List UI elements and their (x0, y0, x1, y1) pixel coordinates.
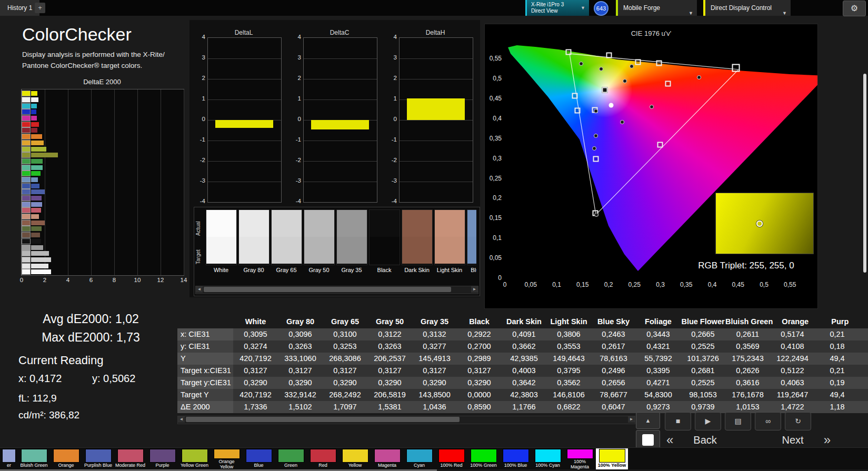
patch-item[interactable]: Purple (146, 448, 178, 470)
deltae-bar-row (22, 103, 184, 109)
deltae-bar-row (22, 263, 184, 269)
table-column-header: Gray 65 (323, 315, 367, 328)
back-button[interactable]: « Back (666, 432, 745, 448)
scroll-left-icon[interactable]: ◄ (178, 416, 185, 423)
delta-y-tick-label: 3 (388, 54, 397, 61)
patch-item[interactable]: 100% Blue (500, 448, 532, 470)
patch-item[interactable]: 100% Red (435, 448, 467, 470)
cie-x-tick-label: 0,1 (552, 281, 561, 288)
cie-y-tick-label: 0,3 (486, 155, 502, 162)
table-cell: 0,9273 (636, 401, 681, 413)
page-description: Display analysis is performed with the X… (22, 49, 165, 72)
refresh-button[interactable]: ↻ (785, 412, 811, 430)
table-cell: 332,9142 (278, 389, 323, 401)
patch-item[interactable]: Red (307, 448, 339, 470)
table-scrollbar[interactable]: ◄ ► (177, 416, 635, 424)
patch-color-chip (22, 103, 31, 109)
table-column-header: Blue Sky (591, 315, 636, 328)
table-cell: 0,8590 (457, 401, 502, 413)
cie-y-tick-label: 0,1 (486, 234, 502, 242)
table-cell: 0,4063 (770, 377, 815, 389)
table-column-header: Gray 50 (367, 315, 412, 328)
swatch-actual (467, 210, 477, 237)
scrollbar-thumb[interactable] (186, 417, 460, 422)
table-cell: 0,2665 (681, 328, 725, 340)
scroll-left-icon[interactable]: ◄ (196, 286, 203, 293)
swatch-color (402, 209, 433, 265)
patch-item[interactable]: Orange Yellow (211, 448, 243, 470)
table-cell: 268,2492 (323, 389, 367, 401)
loop-button[interactable]: ∞ (755, 412, 781, 430)
swatch-target (272, 237, 302, 264)
delta-chart-title: DeltaH (398, 29, 472, 36)
cie-x-tick-label: 0,55 (784, 281, 796, 288)
patch-item[interactable]: Magenta (371, 448, 403, 470)
expand-up-button[interactable]: ▲ (636, 412, 660, 429)
cie-y-tick-label: 0,2 (486, 194, 502, 202)
pattern-button[interactable]: ▤ (725, 412, 751, 430)
table-column-header: White (233, 315, 278, 328)
pattern-source-dropdown[interactable]: Mobile Forge ▼ (616, 0, 697, 16)
patch-item[interactable]: Cyan (403, 448, 435, 470)
patch-item[interactable]: Yellow (339, 448, 371, 470)
patch-item[interactable]: er (0, 448, 18, 470)
swatch-scrollbar[interactable]: ◄ ► (195, 286, 478, 294)
patch-color-chip (22, 177, 31, 183)
add-tab-button[interactable]: + (35, 3, 45, 13)
patch-item[interactable]: Moderate Red (114, 448, 146, 470)
cie-point-target (656, 61, 662, 66)
patch-item[interactable]: 100% Magenta (564, 448, 596, 470)
delta-gridline (208, 58, 281, 59)
patch-item[interactable]: Yellow Green (178, 448, 211, 470)
table-cell: 176,1678 (725, 389, 770, 401)
next-button[interactable]: Next » (752, 432, 831, 448)
deltae-bar (31, 202, 42, 207)
deltae-bar-row (22, 97, 184, 103)
swatch-color (434, 209, 465, 265)
gear-icon[interactable]: ⚙ (843, 1, 866, 16)
table-cell: 0,3290 (367, 377, 412, 389)
patch-item[interactable]: 100% Green (467, 448, 500, 470)
table-cell: 0,3274 (233, 340, 278, 353)
patch-item[interactable]: Green (275, 448, 307, 470)
patch-item[interactable]: Orange (50, 448, 82, 470)
meter-dropdown[interactable]: X-Rite i1Pro 3 Direct View ▼ (525, 0, 589, 16)
transport-controls: ■▶▤∞↻ (665, 412, 844, 430)
patch-label: Purple (147, 463, 178, 468)
deltae-bar (31, 104, 37, 108)
patch-item-selected[interactable]: 100% Yellow (596, 448, 628, 470)
table-cell: 0,4091 (502, 328, 546, 340)
display-control-dropdown[interactable]: Direct Display Control ▼ (703, 0, 791, 16)
table-cell: 1,4722 (770, 401, 815, 413)
deltae-bar-row (22, 171, 184, 177)
delta-chart-plot (399, 37, 473, 203)
scroll-right-icon[interactable]: ► (471, 286, 478, 293)
table-cell: 0,6822 (546, 401, 591, 413)
delta-y-tick-label: -2 (388, 157, 397, 163)
patch-item[interactable]: 100% Cyan (532, 448, 564, 470)
deltae-bar (31, 221, 45, 225)
stop-button[interactable]: ■ (665, 412, 691, 430)
patch-color (599, 449, 625, 463)
pattern-window-button[interactable] (636, 430, 660, 449)
window-scrollbar[interactable] (863, 74, 866, 273)
target-row-label: Target (195, 242, 204, 272)
deltae-x-tick-label: 4 (66, 277, 69, 283)
scrollbar-thumb[interactable] (204, 287, 451, 292)
patch-item[interactable]: Purplish Blue (82, 448, 114, 470)
deltae-bar (31, 141, 44, 145)
patch-item[interactable]: Bluish Green (18, 448, 50, 470)
patch-color-chip (22, 263, 31, 269)
table-cell: 206,2537 (367, 353, 412, 365)
results-table: WhiteGray 80Gray 65Gray 50Gray 35BlackDa… (177, 315, 868, 413)
table-cell: 54,8300 (636, 389, 681, 401)
deltae-bar-row (22, 115, 184, 122)
cie-point-whitept (602, 87, 608, 93)
history-tab[interactable]: History 1 (0, 0, 39, 16)
play-button[interactable]: ▶ (695, 412, 721, 430)
scroll-right-icon[interactable]: ► (628, 416, 635, 423)
cie-x-tick-label: 0 (503, 281, 507, 288)
delta-y-tick-label: -1 (196, 136, 205, 143)
patch-item[interactable]: Blue (243, 448, 275, 470)
delta-gridline (400, 182, 473, 182)
